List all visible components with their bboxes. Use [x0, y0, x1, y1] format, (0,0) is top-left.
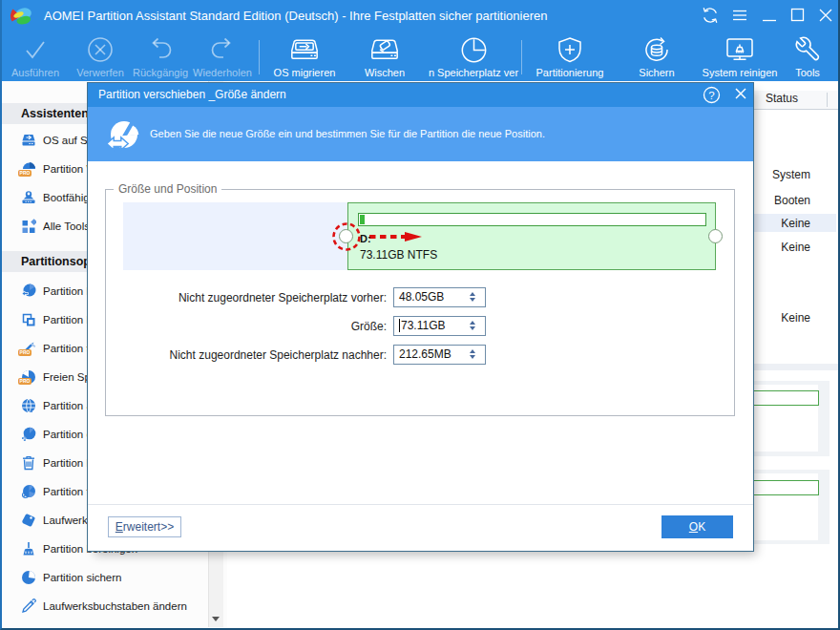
- svg-text:?: ?: [708, 90, 714, 101]
